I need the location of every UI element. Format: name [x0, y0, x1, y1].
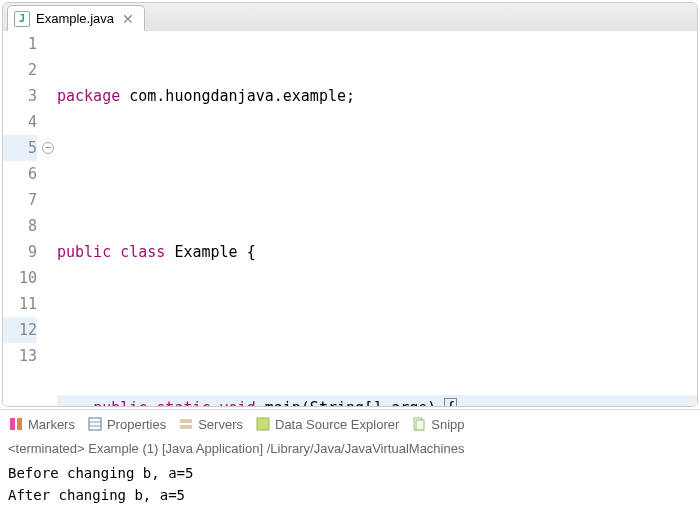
data-source-icon: [255, 416, 271, 432]
tab-markers[interactable]: Markers: [8, 416, 75, 432]
keyword: void: [211, 399, 256, 406]
keyword: public: [93, 399, 147, 406]
svg-rect-2: [89, 418, 101, 430]
console-output-line: Before changing b, a=5: [8, 462, 692, 484]
tab-label: Properties: [107, 417, 166, 432]
svg-rect-5: [180, 419, 192, 423]
line-number: 10: [3, 265, 37, 291]
svg-rect-7: [257, 418, 269, 430]
tab-bar: J Example.java ✕: [3, 3, 697, 31]
tab-properties[interactable]: Properties: [87, 416, 166, 432]
matching-brace: {: [444, 398, 457, 406]
snippets-icon: [411, 416, 427, 432]
line-number: 4: [3, 109, 37, 135]
fold-toggle-icon[interactable]: −: [42, 142, 54, 154]
console-output-line: After changing b, a=5: [8, 484, 692, 506]
console-view[interactable]: <terminated> Example (1) [Java Applicati…: [0, 436, 700, 514]
tab-label: Data Source Explorer: [275, 417, 399, 432]
tab-filename: Example.java: [36, 11, 114, 26]
line-number: 6: [3, 161, 37, 187]
view-tab-bar: Markers Properties Servers Data Source E…: [0, 409, 700, 436]
tab-label: Servers: [198, 417, 243, 432]
code-editor[interactable]: 1 2 3 4 5 6 7 8 9 10 11 12 13 − package …: [3, 31, 697, 406]
servers-icon: [178, 416, 194, 432]
editor-tab[interactable]: J Example.java ✕: [7, 5, 145, 31]
keyword: static: [147, 399, 210, 406]
properties-icon: [87, 416, 103, 432]
line-number: 13: [3, 343, 37, 369]
line-number: 8: [3, 213, 37, 239]
folding-column: −: [43, 31, 57, 406]
svg-rect-1: [17, 418, 22, 430]
brace: {: [247, 243, 256, 261]
editor-pane: J Example.java ✕ 1 2 3 4 5 6 7 8 9 10 11…: [2, 2, 698, 407]
markers-icon: [8, 416, 24, 432]
keyword: class: [111, 243, 165, 261]
keyword: package: [57, 87, 120, 105]
close-icon[interactable]: ✕: [120, 11, 136, 27]
tab-snippets[interactable]: Snipp: [411, 416, 464, 432]
java-file-icon: J: [14, 11, 30, 27]
tab-label: Markers: [28, 417, 75, 432]
svg-rect-0: [10, 418, 15, 430]
code-text[interactable]: package com.huongdanjava.example; public…: [57, 31, 697, 406]
params: (String[] args): [301, 399, 446, 406]
svg-rect-6: [180, 425, 192, 429]
console-status: <terminated> Example (1) [Java Applicati…: [8, 438, 692, 460]
line-number: 1: [3, 31, 37, 57]
tab-data-source-explorer[interactable]: Data Source Explorer: [255, 416, 399, 432]
class-name: Example: [165, 243, 246, 261]
line-number: 5: [3, 135, 37, 161]
line-number: 12: [3, 317, 37, 343]
keyword: public: [57, 243, 111, 261]
method-name: main: [256, 399, 301, 406]
line-number: 3: [3, 83, 37, 109]
tab-label: Snipp: [431, 417, 464, 432]
line-number: 11: [3, 291, 37, 317]
line-number-gutter: 1 2 3 4 5 6 7 8 9 10 11 12 13: [3, 31, 43, 406]
svg-rect-9: [416, 420, 424, 430]
code-text: com.huongdanjava.example;: [120, 87, 355, 105]
line-number: 7: [3, 187, 37, 213]
tab-servers[interactable]: Servers: [178, 416, 243, 432]
line-number: 2: [3, 57, 37, 83]
line-number: 9: [3, 239, 37, 265]
